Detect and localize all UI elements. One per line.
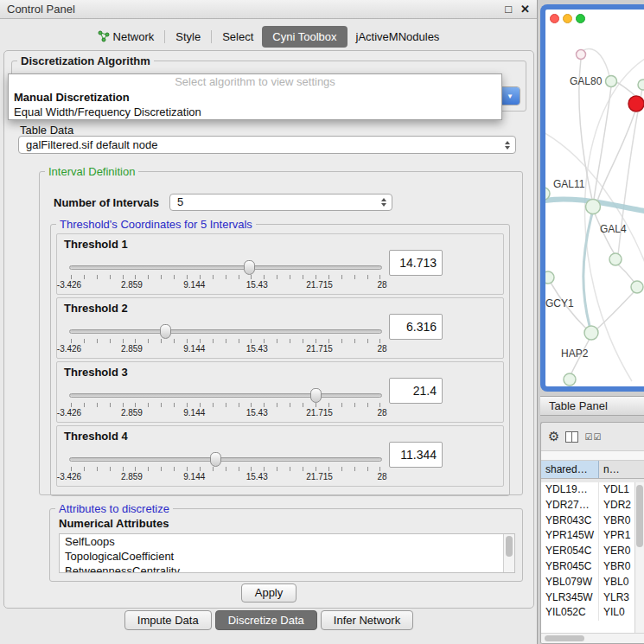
gear-icon[interactable]: ⚙ [548,429,559,444]
threshold-2-value-field[interactable]: 6.316 [389,314,443,340]
tab-separator [211,30,212,43]
threshold-4-value-field[interactable]: 11.344 [389,442,443,468]
spinner-icon[interactable] [381,198,386,207]
threshold-1-slider[interactable]: -3.426 2.859 9.144 15.43 21.715 28 [69,258,382,293]
combo-arrow-icon[interactable]: ▼ [501,87,520,105]
minimize-traffic-icon[interactable] [563,14,572,23]
list-item[interactable]: SelfLoops [60,534,514,549]
threshold-1-value-field[interactable]: 14.713 [389,250,443,276]
cell-shared-name[interactable]: YDL19… [541,482,599,498]
node-label-gcy1[interactable]: GCY1 [545,297,574,309]
slider-track[interactable] [69,329,382,334]
slider-thumb[interactable] [160,324,171,339]
tab-style[interactable]: Style [167,27,209,47]
apply-button[interactable]: Apply [241,583,296,603]
tab-network[interactable]: Network [89,27,163,47]
cell-shared-name[interactable]: YBR045C [541,559,599,575]
node-label-hap2[interactable]: HAP2 [561,348,588,360]
threshold-3-slider[interactable]: -3.426 2.859 9.144 15.43 21.715 28 [69,386,382,421]
table-row[interactable]: YBL079W YBL0 [541,575,644,590]
tab-select[interactable]: Select [214,27,262,47]
tab-jactivemodules-label: jActiveMNodules [356,30,440,43]
slider-thumb[interactable] [210,452,221,467]
cell-shared-name[interactable]: YBL079W [541,575,599,590]
tick-label: 28 [377,408,386,418]
scrollbar-thumb[interactable] [506,536,513,557]
column-header-shared-name[interactable]: shared… [541,461,599,478]
table-row[interactable]: YDR27… YDR2 [541,498,644,513]
attributes-scrollbar[interactable] [503,534,514,572]
table-horizontal-scrollbar[interactable] [541,633,644,643]
slider-tick-marks [71,339,380,343]
slider-track[interactable] [69,393,382,398]
control-panel-titlebar: Control Panel □ ✕ [0,0,537,19]
numerical-attributes-label: Numerical Attributes [59,517,522,530]
table-row[interactable]: YIL052C YIL0 [541,605,644,621]
slider-track[interactable] [69,265,382,270]
float-window-icon[interactable]: □ [505,3,512,16]
threshold-4-label: Threshold 4 [64,430,128,443]
column-header-name[interactable]: n… [599,461,644,478]
close-icon[interactable]: ✕ [520,3,530,16]
slider-tick-marks [71,275,380,279]
network-canvas[interactable]: GAL80 GAL11 GAL4 GCY1 HAP2 [545,10,644,386]
tick-label: 9.144 [183,344,205,354]
table-row[interactable]: YDL19… YDL1 [541,482,644,498]
slider-thumb[interactable] [244,260,255,275]
cell-shared-name[interactable]: YIL052C [541,605,599,621]
algorithm-option-manual[interactable]: Manual Discretization [9,90,501,105]
network-graph[interactable] [545,10,644,386]
table-row[interactable]: YBR045C YBR0 [541,559,644,575]
threshold-4-slider[interactable]: -3.426 2.859 9.144 15.43 21.715 28 [69,450,382,485]
slider-track[interactable] [69,457,382,462]
tab-jactivemodules[interactable]: jActiveMNodules [348,27,449,47]
cell-shared-name[interactable]: YLR345W [541,590,599,606]
threshold-2-slider[interactable]: -3.426 2.859 9.144 15.43 21.715 28 [69,322,382,357]
cell-shared-name[interactable]: YPR145W [541,528,599,544]
table-toolbar: ⚙ ☑☑ [541,423,644,450]
close-traffic-icon[interactable] [550,14,559,23]
tab-impute-data[interactable]: Impute Data [124,610,212,630]
table-data-combobox[interactable]: galFiltered.sif default node [18,136,516,154]
table-row[interactable]: YPR145W YPR1 [541,528,644,544]
numerical-attributes-list[interactable]: SelfLoops TopologicalCoefficient Between… [59,533,515,573]
table-data-value: galFiltered.sif default node [26,138,157,151]
tab-infer-network[interactable]: Infer Network [321,610,413,630]
tick-label: 15.43 [246,408,268,418]
table-vertical-scrollbar[interactable] [634,482,644,633]
tab-cyni-toolbox[interactable]: Cyni Toolbox [262,26,347,48]
attributes-to-discretize-group: Attributes to discretize Numerical Attri… [49,502,523,582]
threshold-2-label: Threshold 2 [64,302,128,315]
tick-label: 9.144 [183,408,205,418]
cell-shared-name[interactable]: YER054C [541,544,599,559]
cyni-toolbox-panel: Discretization Algorithm ▼ Select algori… [3,50,534,609]
zoom-traffic-icon[interactable] [576,14,585,23]
threshold-3-value-field[interactable]: 21.4 [389,378,443,404]
list-item[interactable]: BetweennessCentrality [60,564,514,573]
select-columns-checkboxes-icon[interactable]: ☑☑ [584,432,602,442]
tick-label: 21.715 [306,408,333,418]
algorithm-option-equal-width[interactable]: Equal Width/Frequency Discretization [9,105,501,119]
network-view-window: GAL80 GAL11 GAL4 GCY1 HAP2 [540,4,644,392]
scrollbar-thumb[interactable] [545,635,584,641]
network-tab-icon [98,30,110,42]
cell-shared-name[interactable]: YBR043C [541,513,599,529]
tick-label: -3.426 [57,344,81,354]
tab-discretize-data[interactable]: Discretize Data [215,610,317,630]
table-row[interactable]: YER054C YER0 [541,544,644,559]
list-item[interactable]: TopologicalCoefficient [60,549,514,564]
thresholds-legend: Threshold's Coordinates for 5 Intervals [56,218,256,231]
node-label-gal11[interactable]: GAL11 [553,178,584,190]
number-of-intervals-combobox[interactable]: 5 [169,194,392,211]
node-label-gal4[interactable]: GAL4 [600,223,627,235]
table-row[interactable]: YLR345W YLR3 [541,590,644,606]
table-filter-strip [541,450,644,461]
node-label-gal80[interactable]: GAL80 [570,75,602,87]
table-row[interactable]: YBR043C YBR0 [541,513,644,529]
tick-label: 21.715 [306,472,333,481]
scrollbar-thumb[interactable] [636,485,643,547]
slider-thumb[interactable] [310,388,322,403]
columns-icon[interactable] [565,431,578,443]
cell-shared-name[interactable]: YDR27… [541,498,599,513]
spinner-icon[interactable] [505,141,510,150]
